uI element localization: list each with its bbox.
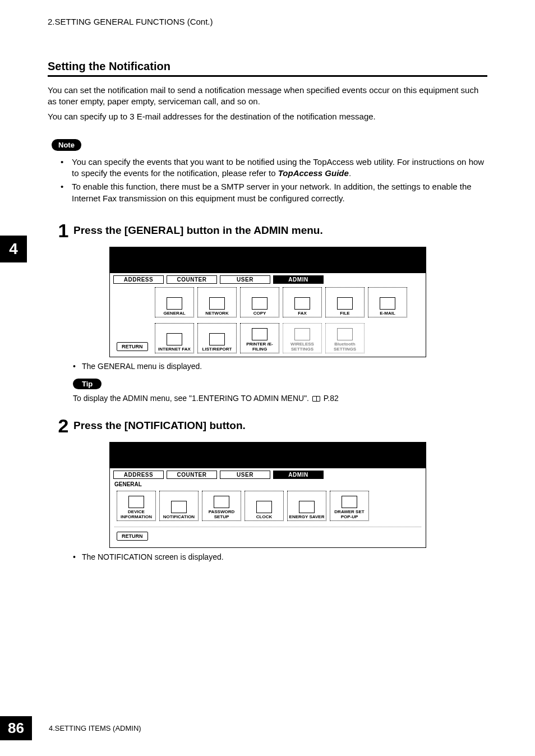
screen2-titlebar [110, 442, 426, 468]
energy-saver-icon [299, 501, 315, 513]
note-item-1-em: TopAccess Guide [278, 168, 349, 178]
copy-button[interactable]: COPY [240, 287, 279, 317]
email-button[interactable]: E-MAIL [368, 287, 407, 317]
energy-saver-label: ENERGY SAVER [289, 514, 325, 519]
screen-titlebar [110, 247, 426, 273]
printer-efiling-label: PRINTER /E-FILING [241, 342, 279, 352]
note-list: You can specify the events that you want… [56, 156, 487, 204]
drawer-label: DRAWER SET POP-UP [330, 509, 368, 519]
list-report-label: LIST/REPORT [202, 347, 232, 352]
notification-button[interactable]: NOTIFICATION [159, 491, 199, 521]
tab-address[interactable]: ADDRESS [113, 275, 164, 284]
page-number: 86 [0, 716, 32, 740]
step-1: 1 Press the [GENERAL] button in the ADMI… [53, 221, 487, 240]
printer-efiling-button[interactable]: PRINTER /E-FILING [240, 323, 279, 353]
book-icon [312, 396, 320, 402]
footer-text: 4.SETTING ITEMS (ADMIN) [49, 724, 141, 732]
copy-icon [252, 297, 268, 310]
network-button[interactable]: NETWORK [197, 287, 237, 317]
clock-button[interactable]: CLOCK [245, 491, 284, 521]
device-info-label: DEVICE INFORMATION [117, 509, 155, 519]
clock-icon [256, 501, 272, 513]
wireless-label: WIRELESS SETTINGS [283, 342, 321, 352]
tip-text-ref: P.82 [321, 394, 339, 403]
title-rule [48, 75, 487, 77]
file-icon [337, 297, 353, 310]
screen1-row1: GENERAL NETWORK COPY FAX FILE E-MAIL [110, 285, 426, 321]
general-label: GENERAL [163, 311, 185, 316]
list-report-button[interactable]: LIST/REPORT [197, 323, 237, 353]
bluetooth-icon [337, 328, 353, 340]
intro-paragraph-1: You can set the notification mail to sen… [48, 85, 487, 108]
notification-label: NOTIFICATION [163, 514, 195, 519]
general-menu-screenshot: ADDRESS COUNTER USER ADMIN GENERAL DEVIC… [109, 442, 426, 548]
general-icon [167, 297, 182, 310]
screen1-row2: INTERNET FAX LIST/REPORT PRINTER /E-FILI… [155, 321, 426, 357]
step-2-result: The NOTIFICATION screen is displayed. [73, 552, 487, 561]
network-label: NETWORK [205, 311, 228, 316]
screen1-tabs: ADDRESS COUNTER USER ADMIN [110, 273, 426, 285]
general-button[interactable]: GENERAL [155, 287, 194, 317]
clock-label: CLOCK [256, 514, 272, 519]
screen2-row1: DEVICE INFORMATION NOTIFICATION PASSWORD… [110, 488, 426, 524]
divider [114, 527, 421, 527]
file-label: FILE [340, 311, 349, 316]
screen2-breadcrumb: GENERAL [110, 480, 426, 488]
step-1-result: The GENERAL menu is displayed. [73, 362, 487, 371]
file-button[interactable]: FILE [325, 287, 365, 317]
list-report-icon [209, 333, 225, 345]
bluetooth-label: Bluetooth SETTINGS [326, 342, 364, 352]
page-footer: 86 4.SETTING ITEMS (ADMIN) [0, 716, 141, 740]
tip-badge: Tip [73, 379, 102, 389]
tab2-admin[interactable]: ADMIN [273, 471, 324, 479]
wireless-settings-button[interactable]: WIRELESS SETTINGS [283, 323, 322, 353]
internet-fax-label: INTERNET FAX [158, 347, 191, 352]
internet-fax-button[interactable]: INTERNET FAX [155, 323, 194, 353]
printer-icon [252, 328, 268, 340]
tab2-user[interactable]: USER [220, 471, 270, 479]
step-1-number: 1 [53, 221, 73, 240]
energy-saver-button[interactable]: ENERGY SAVER [287, 491, 326, 521]
password-label: PASSWORD SETUP [202, 509, 241, 519]
tab-admin[interactable]: ADMIN [273, 275, 324, 284]
return-button-2[interactable]: RETURN [117, 532, 148, 541]
step-2-title: Press the [NOTIFICATION] button. [73, 416, 246, 432]
tab2-counter[interactable]: COUNTER [167, 471, 217, 479]
screen2-tabs: ADDRESS COUNTER USER ADMIN [110, 468, 426, 480]
note-item-1: You can specify the events that you want… [56, 156, 487, 179]
email-icon [380, 297, 395, 310]
running-header: 2.SETTING GENERAL FUNCTIONS (Cont.) [48, 17, 487, 26]
tip-text-pre: To display the ADMIN menu, see "1.ENTERI… [73, 394, 311, 403]
note-badge: Note [52, 139, 81, 151]
tab-counter[interactable]: COUNTER [167, 275, 217, 284]
return-button-1[interactable]: RETURN [117, 342, 148, 351]
wireless-icon [294, 328, 310, 340]
intro-paragraph-2: You can specify up to 3 E-mail addresses… [48, 111, 487, 122]
copy-label: COPY [253, 311, 266, 316]
drawer-set-popup-button[interactable]: DRAWER SET POP-UP [330, 491, 369, 521]
device-info-icon [128, 496, 144, 508]
step-1-title: Press the [GENERAL] button in the ADMIN … [73, 221, 323, 237]
internet-fax-icon [167, 333, 182, 345]
tab-user[interactable]: USER [220, 275, 270, 284]
bluetooth-settings-button[interactable]: Bluetooth SETTINGS [325, 323, 365, 353]
network-icon [209, 297, 225, 310]
section-title: Setting the Notification [48, 60, 487, 73]
note-item-2: To enable this function, there must be a… [56, 181, 487, 204]
admin-menu-screenshot: ADDRESS COUNTER USER ADMIN GENERAL NETWO… [109, 247, 426, 357]
password-icon [214, 496, 229, 508]
fax-label: FAX [298, 311, 307, 316]
password-setup-button[interactable]: PASSWORD SETUP [202, 491, 241, 521]
email-label: E-MAIL [380, 311, 395, 316]
note-item-1-post: . [349, 168, 351, 178]
fax-icon [294, 297, 310, 310]
chapter-side-tab: 4 [0, 236, 27, 262]
step-2-number: 2 [53, 416, 73, 435]
tab2-address[interactable]: ADDRESS [113, 471, 164, 479]
tip-text: To display the ADMIN menu, see "1.ENTERI… [73, 394, 487, 403]
fax-button[interactable]: FAX [283, 287, 322, 317]
step-2: 2 Press the [NOTIFICATION] button. [53, 416, 487, 435]
notification-icon [171, 501, 187, 513]
drawer-icon [342, 496, 357, 508]
device-information-button[interactable]: DEVICE INFORMATION [117, 491, 156, 521]
